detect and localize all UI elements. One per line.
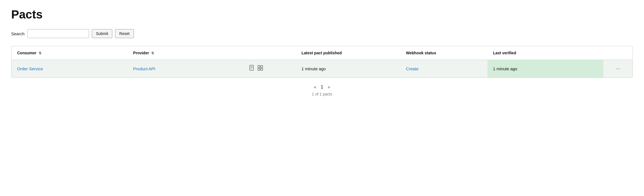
svg-rect-6 (258, 68, 260, 70)
pagination-count: 1 of 1 pacts (312, 92, 332, 96)
col-header-actions (603, 46, 633, 60)
search-bar: Search Submit Reset (11, 29, 633, 38)
provider-link[interactable]: Product API (133, 66, 155, 71)
col-header-last-verified: Last verified (487, 46, 604, 60)
consumer-cell: Order Service (11, 60, 128, 78)
col-header-latest-pact: Latest pact published (296, 46, 400, 60)
pact-icons-cell (244, 60, 296, 78)
last-verified-cell: 1 minute ago (487, 60, 604, 78)
col-header-webhook-status: Webhook status (400, 46, 487, 60)
consumer-link[interactable]: Order Service (17, 66, 43, 71)
latest-pact-cell: 1 minute ago (296, 60, 400, 78)
search-input[interactable] (27, 29, 89, 38)
reset-button[interactable]: Reset (115, 29, 134, 38)
webhook-create-link[interactable]: Create (406, 66, 419, 71)
svg-rect-4 (258, 66, 260, 67)
sort-icon-provider: ⇅ (151, 51, 154, 55)
pagination-current: 1 (321, 85, 323, 90)
col-header-icons (244, 46, 296, 60)
svg-rect-0 (250, 65, 253, 70)
matrix-icon[interactable] (258, 65, 263, 72)
search-label: Search (11, 31, 25, 36)
pagination-prev[interactable]: « (314, 85, 316, 90)
svg-rect-5 (261, 66, 263, 67)
pagination: « 1 » 1 of 1 pacts (11, 85, 633, 96)
document-icon[interactable] (249, 65, 255, 73)
page-title: Pacts (11, 8, 633, 21)
svg-rect-7 (261, 68, 263, 70)
pacts-table: Consumer ⇅ Provider ⇅ Latest pact publis… (11, 46, 633, 78)
table-header-row: Consumer ⇅ Provider ⇅ Latest pact publis… (11, 46, 633, 60)
sort-icon-consumer: ⇅ (39, 51, 41, 55)
provider-cell: Product API (128, 60, 244, 78)
col-header-provider[interactable]: Provider ⇅ (128, 46, 244, 60)
submit-button[interactable]: Submit (92, 29, 113, 38)
row-actions-cell[interactable]: ··· (603, 60, 633, 78)
table-row: Order Service Product API (11, 60, 633, 78)
pagination-nav: « 1 » (314, 85, 330, 90)
webhook-status-cell: Create (400, 60, 487, 78)
pact-icons (249, 65, 290, 73)
pagination-next[interactable]: » (328, 85, 330, 90)
pacts-table-wrapper: Consumer ⇅ Provider ⇅ Latest pact publis… (11, 46, 633, 78)
col-header-consumer[interactable]: Consumer ⇅ (11, 46, 128, 60)
